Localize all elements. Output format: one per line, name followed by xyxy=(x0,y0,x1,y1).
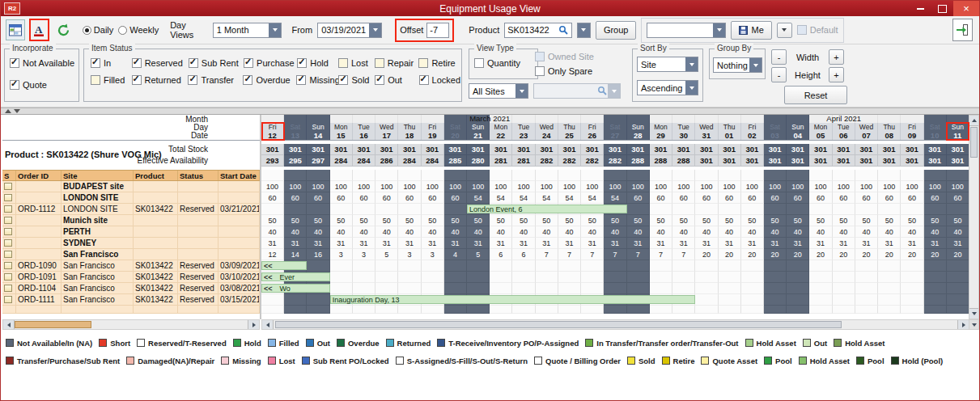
grid-cell[interactable]: 50 xyxy=(672,215,695,226)
grid-cell[interactable]: 31 xyxy=(536,238,558,249)
scrollbar-thumb[interactable] xyxy=(15,321,91,328)
grid-cell[interactable] xyxy=(512,283,535,294)
grid-cell[interactable]: 60 xyxy=(764,192,787,204)
grid-cell[interactable] xyxy=(787,283,809,294)
grid-cell[interactable]: 54 xyxy=(536,192,558,204)
grid-cell[interactable]: 31 xyxy=(261,238,284,249)
grid-cell[interactable]: 50 xyxy=(444,215,467,226)
grid-cell[interactable]: 7 xyxy=(672,249,695,260)
grid-cell[interactable] xyxy=(627,260,650,272)
grid-cell[interactable] xyxy=(901,272,923,283)
grid-cell[interactable] xyxy=(719,294,741,306)
grid-cell[interactable] xyxy=(581,272,604,283)
grid-cell[interactable]: 50 xyxy=(787,215,809,226)
grid-cell[interactable] xyxy=(741,294,764,306)
grid-cell[interactable]: 50 xyxy=(422,215,444,226)
grid-cell[interactable]: 60 xyxy=(422,192,444,204)
grid-cell[interactable] xyxy=(261,294,284,306)
grid-cell[interactable]: 50 xyxy=(581,215,604,226)
height-plus-button[interactable]: + xyxy=(829,67,844,82)
grid-cell[interactable]: 31 xyxy=(695,238,718,249)
grid-cell[interactable]: 50 xyxy=(764,215,787,226)
grid-cell[interactable] xyxy=(719,283,741,294)
grid-cell[interactable]: 60 xyxy=(924,192,947,204)
grid-cell[interactable]: 50 xyxy=(809,215,832,226)
grid-cell[interactable]: 60 xyxy=(741,192,764,204)
grid-cell[interactable] xyxy=(490,272,512,283)
grid-cell[interactable] xyxy=(284,306,307,314)
grid-cell[interactable] xyxy=(764,260,787,272)
grid-cell[interactable] xyxy=(307,204,329,215)
grid-cell[interactable] xyxy=(398,204,421,215)
grid-cell[interactable]: 20 xyxy=(878,249,901,260)
checkbox-returned[interactable]: Returned xyxy=(132,75,189,85)
close-button[interactable]: × xyxy=(953,1,979,16)
grid-cell[interactable] xyxy=(695,204,718,215)
grid-cell[interactable]: 40 xyxy=(878,226,901,238)
table-row[interactable]: ORD-1111San FranciscoSK013422Reserved03/… xyxy=(2,294,260,306)
grid-cell[interactable]: 60 xyxy=(901,192,923,204)
grid-cell[interactable] xyxy=(901,260,923,272)
grid-cell[interactable] xyxy=(627,283,650,294)
grid-cell[interactable]: 100 xyxy=(330,181,353,192)
grid-cell[interactable]: 100 xyxy=(398,181,421,192)
grid-cell[interactable]: 100 xyxy=(512,181,535,192)
grid-cell[interactable] xyxy=(878,260,901,272)
grid-cell[interactable] xyxy=(581,306,604,314)
table-row[interactable]: ORD-1104San FranciscoSK013422Reserved03/… xyxy=(2,283,260,294)
checkbox-quote[interactable]: Quote xyxy=(10,80,47,90)
grid-cell[interactable] xyxy=(764,283,787,294)
sort-field-select[interactable]: Site xyxy=(637,57,698,72)
grid-cell[interactable] xyxy=(947,283,969,294)
grid-cell[interactable]: 60 xyxy=(375,192,398,204)
grid-cell[interactable]: 60 xyxy=(809,192,832,204)
maximize-button[interactable] xyxy=(931,1,953,16)
table-row[interactable] xyxy=(2,306,260,314)
grid-cell[interactable] xyxy=(353,272,375,283)
grid-cell[interactable] xyxy=(650,204,672,215)
grid-cell[interactable] xyxy=(924,260,947,272)
grid-cell[interactable] xyxy=(833,272,855,283)
grid-cell[interactable]: 100 xyxy=(672,181,695,192)
grid-cell[interactable]: 3 xyxy=(330,249,353,260)
table-row[interactable]: SYDNEY xyxy=(2,238,260,249)
grid-cell[interactable]: 31 xyxy=(581,238,604,249)
grid-cell[interactable]: 54 xyxy=(558,192,581,204)
grid-cell[interactable]: 20 xyxy=(764,249,787,260)
grid-cell[interactable] xyxy=(672,204,695,215)
grid-cell[interactable] xyxy=(947,306,969,314)
booking-bar[interactable]: Inauguration Day, 13 xyxy=(330,295,696,304)
grid-cell[interactable]: 100 xyxy=(855,181,878,192)
grid-cell[interactable] xyxy=(536,306,558,314)
grid-cell[interactable] xyxy=(833,204,855,215)
scrollbar-track[interactable] xyxy=(15,320,248,329)
grid-cell[interactable]: 20 xyxy=(924,249,947,260)
grid-cell[interactable]: 31 xyxy=(467,238,490,249)
grid-cell[interactable] xyxy=(650,260,672,272)
grid-cell[interactable]: 7 xyxy=(536,249,558,260)
width-minus-button[interactable]: - xyxy=(771,49,787,65)
grid-cell[interactable]: 54 xyxy=(467,192,490,204)
grid-cell[interactable]: 50 xyxy=(924,215,947,226)
grid-cell[interactable] xyxy=(855,306,878,314)
grid-cell[interactable]: 40 xyxy=(512,226,535,238)
height-minus-button[interactable]: - xyxy=(771,67,787,82)
grid-cell[interactable]: 20 xyxy=(809,249,832,260)
grid-cell[interactable]: 31 xyxy=(490,238,512,249)
save-options-button[interactable] xyxy=(777,23,792,38)
grid-cell[interactable]: 31 xyxy=(787,238,809,249)
grid-cell[interactable] xyxy=(672,306,695,314)
grid-cell[interactable]: 60 xyxy=(650,192,672,204)
radio-weekly[interactable]: Weekly xyxy=(118,25,159,35)
grid-cell[interactable] xyxy=(695,306,718,314)
grid-cell[interactable] xyxy=(444,283,467,294)
grid-cell[interactable]: 60 xyxy=(261,192,284,204)
grid-cell[interactable] xyxy=(536,272,558,283)
grid-cell[interactable] xyxy=(809,294,832,306)
checkbox-repair[interactable]: Repair xyxy=(375,58,419,68)
grid-cell[interactable] xyxy=(924,283,947,294)
grid-cell[interactable]: 40 xyxy=(672,226,695,238)
grid-cell[interactable] xyxy=(512,260,535,272)
grid-cell[interactable] xyxy=(330,306,353,314)
grid-cell[interactable]: 7 xyxy=(581,249,604,260)
